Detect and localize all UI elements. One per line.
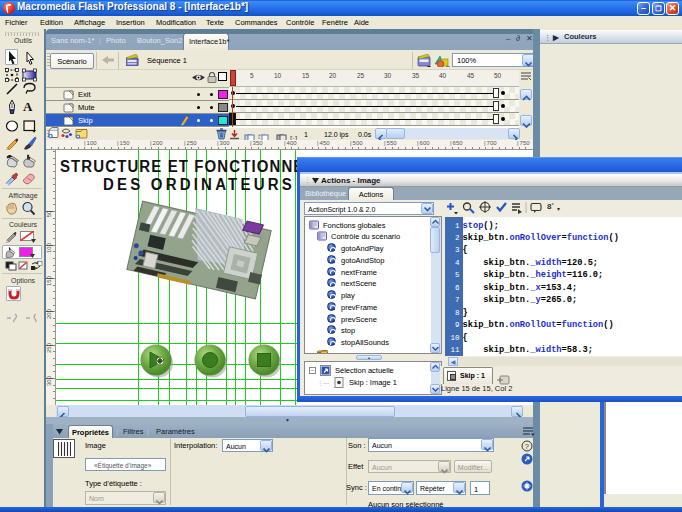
svg-text:?: ? bbox=[525, 442, 530, 451]
